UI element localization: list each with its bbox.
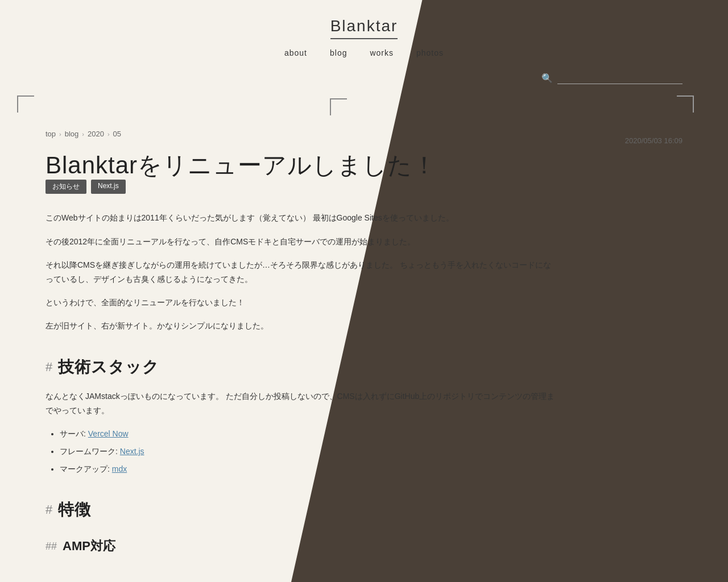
breadcrumb-item-05[interactable]: 05 <box>113 130 121 138</box>
corner-tl-decoration <box>17 95 34 113</box>
article-body: このWebサイトの始まりは2011年くらいだった気がします（覚えてない） 最初は… <box>46 211 557 333</box>
breadcrumb-item-blog[interactable]: blog <box>65 130 79 138</box>
section-features: # 特徴 <box>46 499 682 521</box>
list-item-markup: マークアップ: mdx <box>60 462 557 476</box>
list-item-framework: フレームワーク: Next.js <box>60 444 557 459</box>
breadcrumb-separator: › <box>59 131 61 138</box>
tech-stack-paragraph: なんとなくJAMstackっぽいものになっています。 ただ自分しか投稿しないので… <box>46 389 557 418</box>
article-paragraph: というわけで、全面的なリニューアルを行ないました！ <box>46 296 557 310</box>
breadcrumb: top›blog›2020›05 <box>46 130 121 138</box>
article-title: Blanktarをリニューアルしました！ <box>46 151 682 180</box>
section-title-tech: 技術スタック <box>58 356 159 378</box>
site-title: Blanktar <box>330 17 398 39</box>
search-icon: 🔍 <box>541 73 553 84</box>
section-hash-1: # <box>46 360 52 375</box>
section-hash-2: # <box>46 502 52 517</box>
subsection-hash-amp: ## <box>46 541 57 552</box>
link-mdx[interactable]: mdx <box>112 464 127 473</box>
section-tech-stack: # 技術スタック <box>46 356 682 378</box>
article-tags: お知らせNext.js <box>46 180 682 194</box>
breadcrumb-separator: › <box>107 131 110 138</box>
subsection-title-amp: AMP対応 <box>63 538 115 555</box>
breadcrumb-separator: › <box>82 131 84 138</box>
section-title-features: 特徴 <box>58 499 91 521</box>
breadcrumb-item-top[interactable]: top <box>46 130 56 138</box>
search-area: 🔍 <box>0 66 728 84</box>
article-paragraph: このWebサイトの始まりは2011年くらいだった気がします（覚えてない） 最初は… <box>46 211 557 225</box>
tag-Next.js[interactable]: Next.js <box>91 180 126 194</box>
nav-item-about[interactable]: about <box>284 48 307 57</box>
nav-item-works[interactable]: works <box>370 48 394 57</box>
article-paragraph: その後2012年に全面リニューアルを行なって、自作CMSモドキと自宅サーバでの運… <box>46 235 557 249</box>
site-header: Blanktar aboutblogworksphotos <box>0 0 728 66</box>
article-paragraph: 左が旧サイト、右が新サイト。かなりシンプルになりました。 <box>46 319 557 333</box>
tag-お知らせ[interactable]: お知らせ <box>46 180 86 194</box>
corner-tm-decoration <box>330 98 347 115</box>
search-input[interactable] <box>557 72 682 84</box>
corner-tr-decoration <box>677 95 694 113</box>
main-content: top›blog›2020›05 2020/05/03 16:09 Blankt… <box>0 130 728 582</box>
tech-stack-body: なんとなくJAMstackっぽいものになっています。 ただ自分しか投稿しないので… <box>46 389 557 477</box>
tech-stack-list: サーバ: Vercel Now フレームワーク: Next.js マークアップ:… <box>46 427 557 477</box>
article-paragraph: それ以降CMSを継ぎ接ぎしながらの運用を続けていましたが…そろそろ限界な感じがあ… <box>46 258 557 286</box>
subsection-amp: ## AMP対応 <box>46 538 682 555</box>
list-item-server: サーバ: Vercel Now <box>60 427 557 441</box>
nav-item-photos[interactable]: photos <box>416 48 444 57</box>
link-nextjs[interactable]: Next.js <box>120 447 144 456</box>
link-vercel[interactable]: Vercel Now <box>88 429 129 438</box>
breadcrumb-item-2020[interactable]: 2020 <box>88 130 104 138</box>
nav-item-blog[interactable]: blog <box>330 48 347 57</box>
corner-decorations <box>0 90 728 124</box>
article-date: 2020/05/03 16:09 <box>625 136 682 145</box>
main-nav: aboutblogworksphotos <box>0 48 728 58</box>
